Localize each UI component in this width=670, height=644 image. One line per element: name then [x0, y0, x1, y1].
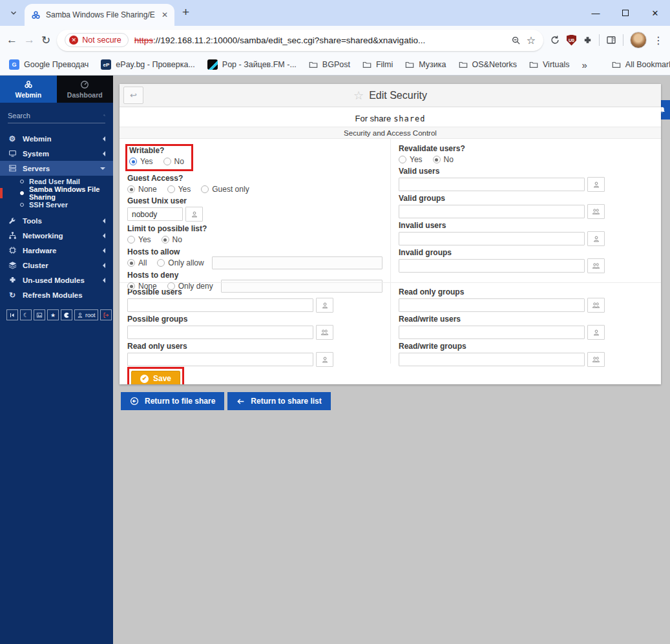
- invalid-users-input[interactable]: [399, 232, 585, 245]
- sidebar-subitem-samba[interactable]: Samba Windows File Sharing: [0, 187, 113, 199]
- bookmark-google-translate[interactable]: GGoogle Преводач: [9, 59, 89, 70]
- bookmark-star-icon[interactable]: ☆: [527, 34, 536, 47]
- save-button[interactable]: ✔ Save: [131, 371, 180, 384]
- hosts-deny-none-radio[interactable]: [127, 282, 135, 290]
- sidebar-item-servers[interactable]: Servers: [0, 161, 113, 176]
- read-write-groups-input[interactable]: [399, 353, 585, 366]
- sidebar-item-system[interactable]: System: [0, 146, 113, 161]
- forward-button[interactable]: →: [24, 34, 35, 47]
- tab-search-chevron-icon[interactable]: [5, 5, 22, 21]
- folder-icon: [529, 60, 538, 69]
- group-picker-button[interactable]: [587, 258, 605, 273]
- limit-no-radio[interactable]: [162, 236, 169, 244]
- close-window-button[interactable]: ✕: [640, 0, 670, 26]
- limit-yes-radio[interactable]: [127, 236, 135, 244]
- reload-button[interactable]: ↻: [41, 34, 50, 47]
- layers-icon: [8, 261, 17, 269]
- sidebar-subitem-ssh-server[interactable]: SSH Server: [0, 199, 113, 211]
- extensions-puzzle-icon[interactable]: [583, 36, 592, 45]
- group-picker-button[interactable]: [316, 325, 333, 340]
- sidebar-item-networking[interactable]: Networking: [0, 228, 113, 243]
- logout-button[interactable]: [100, 309, 112, 320]
- minimize-button[interactable]: —: [581, 0, 611, 26]
- return-to-share-list-button[interactable]: Return to share list: [227, 392, 330, 410]
- back-button[interactable]: ←: [6, 34, 17, 47]
- read-only-groups-input[interactable]: [399, 298, 585, 312]
- hosts-allow-input[interactable]: [212, 256, 382, 269]
- guest-access-guest-only-radio[interactable]: [201, 185, 209, 193]
- bookmark-zaytsev[interactable]: Pop - Зайцев.FM -...: [207, 59, 297, 70]
- user-picker-button[interactable]: [316, 298, 333, 313]
- group-picker-button[interactable]: [587, 298, 605, 313]
- return-to-file-share-button[interactable]: Return to file share: [121, 392, 224, 410]
- user-picker-button[interactable]: [316, 352, 333, 367]
- sidebar-item-cluster[interactable]: Cluster: [0, 258, 113, 273]
- hosts-allow-only-radio[interactable]: [157, 259, 165, 267]
- address-bar[interactable]: ✕ Not secure https://192.168.11.2:10000/…: [57, 30, 543, 51]
- invalid-groups-input[interactable]: [399, 259, 585, 273]
- caret-left-icon: [103, 151, 105, 156]
- read-write-users-input[interactable]: [399, 326, 585, 339]
- favorites-button[interactable]: ★: [47, 309, 59, 320]
- user-picker-button[interactable]: [587, 177, 605, 192]
- hosts-allow-field: Hosts to allow All Only allow: [127, 248, 382, 268]
- back-page-button[interactable]: ↩: [123, 87, 143, 104]
- guest-unix-user-input[interactable]: [127, 207, 183, 221]
- profile-avatar[interactable]: [630, 32, 647, 48]
- zoom-out-icon[interactable]: [511, 36, 521, 45]
- bookmark-folder-os-networks[interactable]: OS&Netorks: [459, 60, 517, 69]
- reading-list-panel-icon[interactable]: [606, 35, 616, 45]
- bookmarks-overflow-chevron[interactable]: »: [581, 59, 587, 70]
- bookmark-folder-bgpost[interactable]: BGPost: [309, 60, 350, 69]
- writable-no-radio[interactable]: [163, 158, 171, 165]
- sidebar-item-webmin[interactable]: ⚙ Webmin: [0, 131, 113, 146]
- sidebar-search-input[interactable]: [8, 112, 99, 119]
- sidebar-item-hardware[interactable]: Hardware: [0, 243, 113, 258]
- console-button[interactable]: [34, 309, 45, 320]
- guest-access-none-radio[interactable]: [127, 185, 135, 193]
- collapse-sidebar-button[interactable]: [6, 309, 18, 320]
- group-picker-button[interactable]: [587, 204, 605, 219]
- favorite-star-icon[interactable]: ☆: [353, 88, 364, 103]
- theme-button[interactable]: [61, 309, 72, 320]
- user-picker-button[interactable]: [587, 325, 605, 340]
- sidebar-item-unused-modules[interactable]: Un-used Modules: [0, 273, 113, 287]
- sidebar-tab-webmin[interactable]: Webmin: [0, 76, 57, 103]
- form-cell-bottom-left: Possible users Possible groups: [120, 282, 390, 364]
- url-rest: ://192.168.11.2:10000/samba/edit_sec.cgi…: [153, 36, 425, 45]
- bookmark-folder-virtuals[interactable]: Virtuals: [529, 60, 569, 69]
- tab-strip: Samba Windows File Sharing/E ✕ + — ✕: [0, 0, 670, 26]
- maximize-button[interactable]: [611, 0, 640, 26]
- group-picker-button[interactable]: [587, 352, 605, 367]
- valid-users-input[interactable]: [399, 178, 585, 191]
- bookmark-epay[interactable]: ePePay.bg - Проверка...: [101, 59, 194, 70]
- ublock-extension-icon[interactable]: U0: [567, 35, 576, 46]
- possible-groups-input[interactable]: [127, 326, 313, 339]
- bookmark-folder-filmi[interactable]: Filmi: [362, 60, 393, 69]
- all-bookmarks-button[interactable]: All Bookmarks: [612, 60, 670, 69]
- browser-menu-icon[interactable]: ⋮: [653, 34, 664, 47]
- user-picker-button[interactable]: [185, 207, 203, 222]
- possible-users-input[interactable]: [127, 298, 313, 312]
- revalidate-no-radio[interactable]: [433, 156, 441, 163]
- people-icon: [592, 355, 600, 364]
- people-icon: [592, 207, 600, 216]
- sidebar-tab-dashboard[interactable]: Dashboard: [57, 76, 114, 103]
- browser-tab[interactable]: Samba Windows File Sharing/E ✕: [25, 4, 174, 26]
- writable-yes-radio[interactable]: [129, 158, 137, 165]
- user-button[interactable]: root: [74, 309, 98, 320]
- bookmark-folder-muzika[interactable]: Музика: [405, 60, 446, 69]
- night-mode-button[interactable]: ☾: [20, 309, 32, 320]
- hosts-deny-only-radio[interactable]: [167, 282, 175, 290]
- sidebar-item-tools[interactable]: Tools: [0, 213, 113, 228]
- guest-access-yes-radio[interactable]: [167, 185, 175, 193]
- tab-close-icon[interactable]: ✕: [162, 10, 168, 19]
- valid-groups-input[interactable]: [399, 205, 585, 218]
- not-secure-chip[interactable]: ✕ Not secure: [65, 33, 128, 47]
- user-picker-button[interactable]: [587, 231, 605, 246]
- new-tab-button[interactable]: +: [182, 5, 189, 19]
- hosts-allow-all-radio[interactable]: [127, 259, 135, 267]
- sidebar-item-refresh-modules[interactable]: ↻ Refresh Modules: [0, 287, 113, 302]
- revalidate-yes-radio[interactable]: [399, 156, 406, 163]
- sync-extension-icon[interactable]: [550, 35, 560, 45]
